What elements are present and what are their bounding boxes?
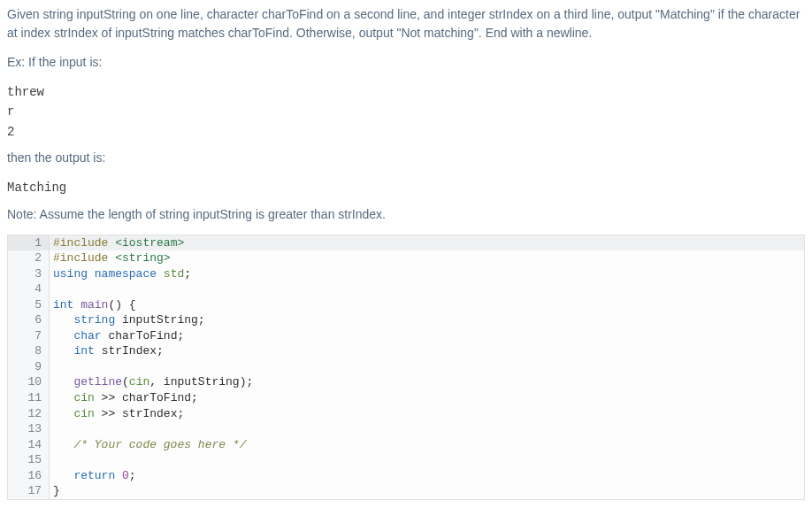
line-number: 17: [8, 483, 50, 499]
code-text[interactable]: #include <iostream>: [50, 235, 184, 251]
line-number: 3: [8, 266, 50, 282]
problem-description: Given string inputString on one line, ch…: [7, 5, 805, 42]
code-line[interactable]: 7 char charToFind;: [8, 328, 804, 344]
line-number: 10: [8, 374, 50, 390]
code-line[interactable]: 14 /* Your code goes here */: [8, 437, 804, 453]
code-text[interactable]: /* Your code goes here */: [50, 437, 246, 453]
example-input-line2: r: [7, 104, 14, 119]
code-text[interactable]: }: [50, 483, 60, 499]
code-line[interactable]: 16 return 0;: [8, 468, 804, 484]
code-text[interactable]: [50, 359, 53, 375]
code-text[interactable]: #include <string>: [50, 250, 171, 266]
code-line[interactable]: 10 getline(cin, inputString);: [8, 374, 804, 390]
code-text[interactable]: cin >> charToFind;: [50, 390, 198, 406]
code-text[interactable]: using namespace std;: [50, 266, 191, 282]
code-line[interactable]: 13: [8, 421, 804, 437]
code-line[interactable]: 5int main() {: [8, 297, 804, 313]
line-number: 9: [8, 359, 50, 375]
example-input-line3: 2: [7, 125, 14, 139]
code-text[interactable]: getline(cin, inputString);: [50, 374, 253, 390]
line-number: 1: [8, 235, 50, 251]
code-editor[interactable]: 1#include <iostream>2#include <string>3u…: [7, 235, 805, 500]
code-text[interactable]: string inputString;: [50, 312, 205, 328]
example-mid: then the output is:: [7, 149, 805, 167]
code-line[interactable]: 17}: [8, 483, 804, 499]
code-line[interactable]: 15: [8, 452, 804, 468]
code-text[interactable]: int strIndex;: [50, 343, 164, 359]
line-number: 5: [8, 297, 50, 313]
code-line[interactable]: 9: [8, 359, 804, 375]
code-text[interactable]: char charToFind;: [50, 328, 184, 344]
line-number: 4: [8, 281, 50, 297]
code-text[interactable]: [50, 281, 53, 297]
line-number: 13: [8, 421, 50, 437]
code-line[interactable]: 12 cin >> strIndex;: [8, 406, 804, 422]
code-text[interactable]: [50, 421, 53, 437]
line-number: 16: [8, 468, 50, 484]
line-number: 7: [8, 328, 50, 344]
line-number: 11: [8, 390, 50, 406]
code-line[interactable]: 11 cin >> charToFind;: [8, 390, 804, 406]
document-root: Given string inputString on one line, ch…: [0, 0, 812, 507]
code-line[interactable]: 1#include <iostream>: [8, 235, 804, 251]
code-line[interactable]: 6 string inputString;: [8, 312, 804, 328]
example-input: threw r 2: [7, 82, 805, 142]
line-number: 12: [8, 406, 50, 422]
line-number: 8: [8, 343, 50, 359]
code-line[interactable]: 4: [8, 281, 804, 297]
line-number: 2: [8, 250, 50, 266]
problem-note: Note: Assume the length of string inputS…: [7, 205, 805, 224]
example-input-line1: threw: [7, 85, 44, 99]
code-text[interactable]: return 0;: [50, 468, 136, 484]
line-number: 14: [8, 437, 50, 453]
line-number: 6: [8, 312, 50, 328]
example-output: Matching: [7, 178, 805, 197]
code-line[interactable]: 3using namespace std;: [8, 266, 804, 282]
line-number: 15: [8, 452, 50, 468]
code-text[interactable]: int main() {: [50, 297, 136, 313]
example-prefix: Ex: If the input is:: [7, 53, 805, 72]
code-text[interactable]: cin >> strIndex;: [50, 406, 184, 422]
code-line[interactable]: 8 int strIndex;: [8, 343, 804, 359]
code-text[interactable]: [50, 452, 53, 468]
code-line[interactable]: 2#include <string>: [8, 250, 804, 266]
